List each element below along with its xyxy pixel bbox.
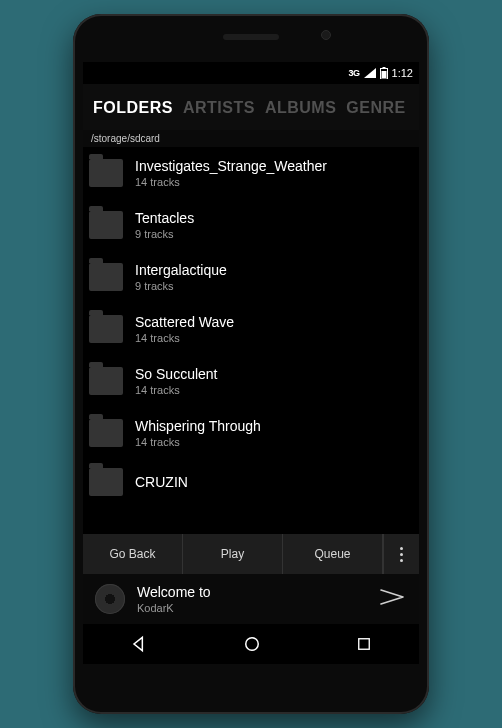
folder-title: CRUZIN [135, 474, 409, 490]
tab-genre[interactable]: GENRE [346, 99, 405, 117]
folder-title: Tentacles [135, 210, 409, 226]
now-playing-title: Welcome to [137, 584, 367, 600]
status-bar: 3G 1:12 [83, 62, 419, 84]
network-type: 3G [349, 68, 360, 78]
folder-icon [89, 468, 123, 496]
now-playing-artist: KodarK [137, 602, 367, 614]
folder-title: Whispering Through [135, 418, 409, 434]
list-item[interactable]: Investigates_Strange_Weather 14 tracks [83, 147, 419, 199]
folder-subtitle: 9 tracks [135, 228, 409, 240]
folder-icon [89, 263, 123, 291]
list-item[interactable]: Scattered Wave 14 tracks [83, 303, 419, 355]
screen: 3G 1:12 FOLDERS ARTISTS ALBUMS GENRE /st… [83, 62, 419, 664]
list-item[interactable]: Whispering Through 14 tracks [83, 407, 419, 459]
queue-button[interactable]: Queue [283, 534, 383, 574]
phone-camera [321, 30, 331, 40]
folder-subtitle: 14 tracks [135, 384, 409, 396]
android-nav-bar [83, 624, 419, 664]
folder-icon [89, 211, 123, 239]
list-item[interactable]: Intergalactique 9 tracks [83, 251, 419, 303]
phone-speaker [223, 34, 279, 40]
signal-icon [364, 68, 376, 78]
play-icon[interactable] [379, 586, 407, 612]
tab-bar: FOLDERS ARTISTS ALBUMS GENRE [83, 84, 419, 130]
now-playing-bar[interactable]: Welcome to KodarK [83, 574, 419, 624]
folder-subtitle: 14 tracks [135, 436, 409, 448]
folder-list[interactable]: Investigates_Strange_Weather 14 tracks T… [83, 147, 419, 534]
svg-rect-6 [358, 639, 369, 650]
folder-title: So Succulent [135, 366, 409, 382]
folder-subtitle: 9 tracks [135, 280, 409, 292]
overflow-menu-button[interactable] [383, 534, 419, 574]
home-nav-icon[interactable] [242, 634, 262, 654]
album-art-icon [95, 584, 125, 614]
action-bar: Go Back Play Queue [83, 534, 419, 574]
list-item[interactable]: CRUZIN [83, 459, 419, 496]
more-vert-icon [400, 547, 403, 562]
folder-icon [89, 367, 123, 395]
tab-albums[interactable]: ALBUMS [265, 99, 336, 117]
folder-icon [89, 159, 123, 187]
back-nav-icon[interactable] [129, 634, 149, 654]
phone-frame: 3G 1:12 FOLDERS ARTISTS ALBUMS GENRE /st… [73, 14, 429, 714]
breadcrumb: /storage/sdcard [83, 130, 419, 147]
folder-title: Intergalactique [135, 262, 409, 278]
clock: 1:12 [392, 67, 413, 79]
svg-point-5 [246, 638, 259, 651]
folder-subtitle: 14 tracks [135, 332, 409, 344]
tab-folders[interactable]: FOLDERS [93, 99, 173, 117]
tab-artists[interactable]: ARTISTS [183, 99, 255, 117]
folder-title: Investigates_Strange_Weather [135, 158, 409, 174]
folder-icon [89, 419, 123, 447]
svg-rect-2 [381, 71, 386, 78]
list-item[interactable]: Tentacles 9 tracks [83, 199, 419, 251]
go-back-button[interactable]: Go Back [83, 534, 183, 574]
battery-icon [380, 67, 388, 79]
recents-nav-icon[interactable] [355, 635, 373, 653]
play-button[interactable]: Play [183, 534, 283, 574]
folder-icon [89, 315, 123, 343]
folder-subtitle: 14 tracks [135, 176, 409, 188]
folder-title: Scattered Wave [135, 314, 409, 330]
list-item[interactable]: So Succulent 14 tracks [83, 355, 419, 407]
